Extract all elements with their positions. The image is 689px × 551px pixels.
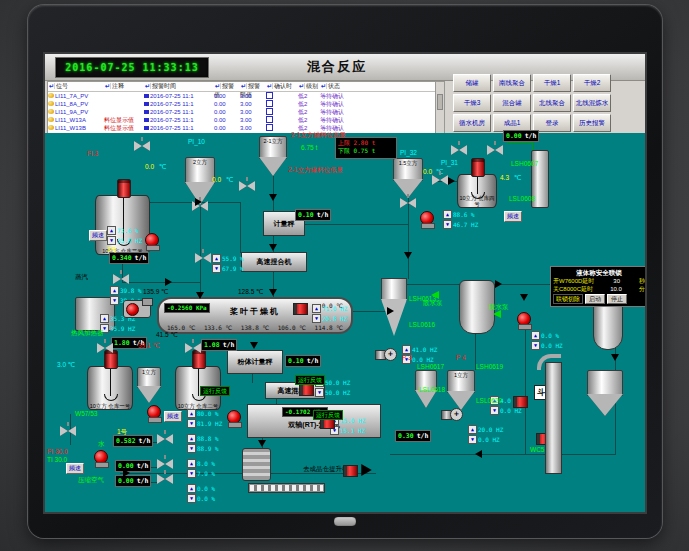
pipe xyxy=(200,205,201,298)
alarm-tag-cell: LI11_7A_PV xyxy=(48,92,104,100)
valve-icon[interactable] xyxy=(157,459,173,469)
valve-stem xyxy=(192,339,194,343)
indicator-value: 0.0 HZ xyxy=(541,342,563,349)
ack-checkbox-icon[interactable] xyxy=(266,108,273,115)
sort-icon: ↵ xyxy=(266,83,273,89)
valve-left-triangle xyxy=(97,343,105,353)
freq-speed-button[interactable]: 频速 xyxy=(89,230,107,241)
freq-speed-button[interactable]: 频速 xyxy=(164,411,182,422)
alarm-note-cell xyxy=(104,100,144,108)
flow-arrow xyxy=(495,280,502,288)
valve-icon[interactable] xyxy=(451,145,467,155)
column-header[interactable]: ↵报警限值 xyxy=(240,82,266,91)
pipe xyxy=(122,282,200,283)
pump-icon[interactable] xyxy=(145,233,160,251)
nav-button-混合罐[interactable]: 混合罐 xyxy=(493,94,531,112)
motor-icon[interactable] xyxy=(513,396,528,408)
column-header[interactable]: ↵报警时间 xyxy=(144,82,214,91)
freq-speed-button[interactable]: 频速 xyxy=(504,211,522,222)
valve-icon[interactable] xyxy=(97,343,113,353)
indicator-row: ▲39.8 % xyxy=(110,286,142,295)
valve-icon[interactable] xyxy=(185,343,201,353)
interlock-cutoff-button[interactable]: 联锁切除 xyxy=(553,294,583,304)
column-header[interactable]: ↵报警值 xyxy=(214,82,240,91)
valve-icon[interactable] xyxy=(487,145,503,155)
top-chrome: 2016-07-25 11:33:13 混合反应 ↵位号↵注释↵报警时间↵报警值… xyxy=(45,54,645,133)
fan-motor-icon[interactable]: + xyxy=(375,348,397,360)
tank-label: 10立方 仓库一号 xyxy=(87,403,133,409)
ack-checkbox-icon[interactable] xyxy=(266,124,273,131)
freq-speed-button[interactable]: 频速 xyxy=(66,463,84,474)
datetime-display: 2016-07-25 11:33:13 xyxy=(55,57,209,78)
down-arrow-icon: ▼ xyxy=(531,341,540,350)
pump-icon[interactable] xyxy=(94,450,109,468)
pump-icon[interactable] xyxy=(147,405,162,423)
nav-button-北线混炼水[interactable]: 北线混炼水 xyxy=(573,94,611,112)
nav-button-北线聚合[interactable]: 北线聚合 xyxy=(533,94,571,112)
column-header[interactable]: ↵位号 xyxy=(48,82,104,91)
speed-indicator: ▲71.0 HZ▼20.8 HZ xyxy=(312,304,347,323)
indicator-value: 67.9 % xyxy=(222,265,244,272)
alarm-tag-cell: LI11_W13A xyxy=(48,116,104,124)
motor-icon[interactable] xyxy=(299,384,314,396)
alarm-bell-icon xyxy=(48,93,54,98)
nav-button-干燥1[interactable]: 干燥1 xyxy=(533,74,571,92)
valve-icon[interactable] xyxy=(113,274,129,284)
ack-checkbox-icon[interactable] xyxy=(266,92,273,99)
nav-button-干燥3[interactable]: 干燥3 xyxy=(453,94,491,112)
valve-stem xyxy=(164,470,166,474)
valve-icon[interactable] xyxy=(157,474,173,484)
column-header[interactable]: ↵确认时间 xyxy=(266,82,298,91)
alarm-row[interactable]: LI11_9A_PV2016-07-25 11:10.003.00低2等待确认 xyxy=(48,108,436,116)
valve-icon[interactable] xyxy=(157,434,173,444)
valve-icon[interactable] xyxy=(239,181,255,191)
pump-icon[interactable] xyxy=(227,410,242,428)
display-unit: t/h xyxy=(223,341,235,349)
ack-checkbox-icon[interactable] xyxy=(266,116,273,123)
alarm-table-scrollbar[interactable] xyxy=(435,81,445,134)
valve-icon[interactable] xyxy=(134,141,150,151)
sort-icon: ↵ xyxy=(298,83,305,89)
column-header[interactable]: ↵级别 xyxy=(298,82,320,91)
indicator-value: 88.6 % xyxy=(453,211,475,218)
display-unit: t/h xyxy=(137,477,149,485)
alarm-row[interactable]: LI11_W13A料位显示值2016-07-25 11:10.003.00低2等… xyxy=(48,116,436,124)
alarm-row[interactable]: LI11_W13B料位显示值2016-07-25 11:10.003.00低2等… xyxy=(48,124,436,132)
column-header[interactable]: ↵状态 xyxy=(320,82,360,91)
alarm-row[interactable]: LI11_8A_PV2016-07-25 11:10.003.00低2等待确认 xyxy=(48,100,436,108)
nav-button-储罐[interactable]: 储罐 xyxy=(453,74,491,92)
valve-stem xyxy=(120,270,122,274)
valve-right-triangle xyxy=(203,253,211,263)
stop-button[interactable]: 停止 xyxy=(607,294,627,304)
alarm-row[interactable]: LI11_7A_PV2016-07-25 11:10.003.00低2等待确认 xyxy=(48,92,436,100)
nav-button-循水机房[interactable]: 循水机房 xyxy=(453,114,491,132)
clock-icon xyxy=(144,94,149,98)
scrollbar-thumb[interactable] xyxy=(437,94,443,110)
indicator-row: ▲55.9 % xyxy=(212,254,244,263)
text-label: 蒸汽 xyxy=(75,273,88,282)
hopper-label: 1.5立方 xyxy=(393,160,423,167)
text-label: LSL0616 xyxy=(409,321,435,328)
start-button[interactable]: 启动 xyxy=(585,294,605,304)
indicator-value: 8.0 % xyxy=(197,460,215,467)
nav-button-南线聚合[interactable]: 南线聚合 xyxy=(493,74,531,92)
valve-right-triangle xyxy=(440,175,448,185)
pump-icon[interactable] xyxy=(517,312,532,330)
ack-checkbox-icon[interactable] xyxy=(266,100,273,107)
motor-icon[interactable] xyxy=(293,303,308,315)
fan-motor-icon[interactable]: + xyxy=(441,408,463,420)
motor-icon[interactable] xyxy=(343,465,358,477)
pump-icon[interactable] xyxy=(420,211,435,229)
valve-icon[interactable] xyxy=(432,175,448,185)
indicator-value: 39.8 % xyxy=(120,287,142,294)
speed-indicator: ▲20.0 HZ▼0.0 HZ xyxy=(468,425,503,444)
nav-button-历史报警[interactable]: 历史报警 xyxy=(573,114,611,132)
alarm-table[interactable]: ↵位号↵注释↵报警时间↵报警值↵报警限值↵确认时间↵级别↵状态LI11_7A_P… xyxy=(47,81,437,134)
valve-icon[interactable] xyxy=(400,198,416,208)
valve-icon[interactable] xyxy=(60,426,76,436)
tank-motor-icon xyxy=(117,179,131,198)
blower-icon[interactable] xyxy=(123,300,151,318)
column-header[interactable]: ↵注释 xyxy=(104,82,144,91)
valve-icon[interactable] xyxy=(195,253,211,263)
nav-button-干燥2[interactable]: 干燥2 xyxy=(573,74,611,92)
